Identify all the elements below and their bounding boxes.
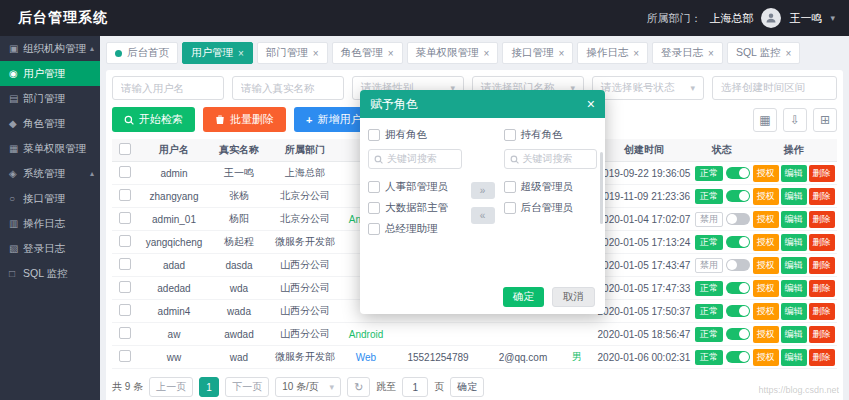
close-icon[interactable]: × bbox=[708, 48, 714, 59]
edit-button[interactable]: 编辑 bbox=[781, 165, 807, 182]
close-icon[interactable]: × bbox=[587, 96, 595, 112]
status-toggle[interactable] bbox=[726, 305, 750, 317]
authorize-button[interactable]: 授权 bbox=[753, 349, 779, 366]
close-icon[interactable]: × bbox=[313, 48, 319, 59]
row-checkbox[interactable] bbox=[119, 327, 131, 339]
delete-button[interactable]: 删除 bbox=[809, 303, 835, 320]
move-right-button[interactable]: » bbox=[471, 182, 495, 199]
row-checkbox[interactable] bbox=[119, 350, 131, 362]
status-toggle[interactable] bbox=[726, 259, 750, 271]
role-checkbox[interactable] bbox=[504, 181, 516, 193]
download-icon[interactable]: ⇩ bbox=[783, 108, 807, 132]
realname-filter-input[interactable] bbox=[232, 76, 344, 100]
authorize-button[interactable]: 授权 bbox=[753, 257, 779, 274]
tab-operation-log[interactable]: 操作日志 × bbox=[577, 42, 648, 64]
status-toggle[interactable] bbox=[726, 213, 750, 225]
sidebar-item-menu-permissions[interactable]: ▦ 菜单权限管理 bbox=[0, 136, 100, 161]
delete-button[interactable]: 删除 bbox=[809, 257, 835, 274]
close-icon[interactable]: × bbox=[484, 48, 490, 59]
search-button[interactable]: 开始检索 bbox=[112, 107, 195, 132]
tab-users[interactable]: 用户管理 × bbox=[182, 42, 253, 64]
edit-button[interactable]: 编辑 bbox=[781, 280, 807, 297]
row-checkbox[interactable] bbox=[119, 235, 131, 247]
tab-menu-permissions[interactable]: 菜单权限管理 × bbox=[407, 42, 499, 64]
modal-scrollbar[interactable] bbox=[600, 152, 603, 224]
role-item[interactable]: 总经理助理 bbox=[368, 218, 462, 239]
table-density-icon[interactable]: ▦ bbox=[753, 108, 777, 132]
close-icon[interactable]: × bbox=[785, 48, 791, 59]
prev-page-button[interactable]: 上一页 bbox=[149, 377, 193, 397]
sidebar-item-sql-monitor[interactable]: □ SQL 监控 bbox=[0, 261, 100, 286]
tab-sql-monitor[interactable]: SQL 监控 × bbox=[727, 42, 800, 64]
role-checkbox[interactable] bbox=[368, 223, 380, 235]
modal-cancel-button[interactable]: 取消 bbox=[552, 287, 595, 307]
delete-button[interactable]: 删除 bbox=[809, 326, 835, 343]
row-checkbox[interactable] bbox=[119, 166, 131, 178]
edit-button[interactable]: 编辑 bbox=[781, 303, 807, 320]
batch-delete-button[interactable]: 批量删除 bbox=[203, 107, 286, 132]
status-filter-select[interactable]: 请选择账号状态 ▾ bbox=[592, 76, 704, 100]
source-search-input[interactable]: 关键词搜索 bbox=[368, 149, 462, 169]
delete-button[interactable]: 删除 bbox=[809, 349, 835, 366]
modal-confirm-button[interactable]: 确定 bbox=[503, 287, 544, 307]
tab-api[interactable]: 接口管理 × bbox=[502, 42, 573, 64]
fullscreen-icon[interactable]: ⊞ bbox=[813, 108, 837, 132]
edit-button[interactable]: 编辑 bbox=[781, 234, 807, 251]
close-icon[interactable]: × bbox=[633, 48, 639, 59]
sidebar-item-login-log[interactable]: ▧ 登录日志 bbox=[0, 236, 100, 261]
role-item[interactable]: 后台管理员 bbox=[504, 197, 598, 218]
tab-home[interactable]: 后台首页 bbox=[106, 42, 178, 64]
chevron-down-icon[interactable]: ▾ bbox=[830, 13, 835, 23]
row-checkbox[interactable] bbox=[119, 304, 131, 316]
tab-departments[interactable]: 部门管理 × bbox=[257, 42, 328, 64]
username-filter-input[interactable] bbox=[112, 76, 224, 100]
authorize-button[interactable]: 授权 bbox=[753, 234, 779, 251]
delete-button[interactable]: 删除 bbox=[809, 234, 835, 251]
row-checkbox[interactable] bbox=[119, 281, 131, 293]
move-left-button[interactable]: « bbox=[471, 207, 495, 224]
target-search-input[interactable]: 关键词搜索 bbox=[504, 149, 598, 169]
role-checkbox[interactable] bbox=[504, 202, 516, 214]
role-checkbox[interactable] bbox=[368, 202, 380, 214]
select-all-source-checkbox[interactable] bbox=[368, 129, 380, 141]
sidebar-item-roles[interactable]: ◆ 角色管理 bbox=[0, 111, 100, 136]
sidebar-item-api[interactable]: ○ 接口管理 bbox=[0, 186, 100, 211]
authorize-button[interactable]: 授权 bbox=[753, 303, 779, 320]
edit-button[interactable]: 编辑 bbox=[781, 211, 807, 228]
role-item[interactable]: 超级管理员 bbox=[504, 176, 598, 197]
sidebar-item-users[interactable]: ◉ 用户管理 bbox=[0, 61, 100, 86]
jump-page-input[interactable] bbox=[402, 377, 428, 397]
edit-button[interactable]: 编辑 bbox=[781, 349, 807, 366]
row-checkbox[interactable] bbox=[119, 189, 131, 201]
created-range-filter[interactable]: 选择创建时间区间 bbox=[712, 76, 837, 100]
current-user-name[interactable]: 王一鸣 bbox=[789, 11, 822, 26]
edit-button[interactable]: 编辑 bbox=[781, 326, 807, 343]
role-item[interactable]: 人事部管理员 bbox=[368, 176, 462, 197]
status-toggle[interactable] bbox=[726, 236, 750, 248]
close-icon[interactable]: × bbox=[558, 48, 564, 59]
authorize-button[interactable]: 授权 bbox=[753, 211, 779, 228]
status-toggle[interactable] bbox=[726, 282, 750, 294]
next-page-button[interactable]: 下一页 bbox=[225, 377, 269, 397]
sidebar-group-system[interactable]: ◈ 系统管理 ▴ bbox=[0, 161, 100, 186]
delete-button[interactable]: 删除 bbox=[809, 211, 835, 228]
edit-button[interactable]: 编辑 bbox=[781, 188, 807, 205]
role-item[interactable]: 大数据部主管 bbox=[368, 197, 462, 218]
authorize-button[interactable]: 授权 bbox=[753, 188, 779, 205]
authorize-button[interactable]: 授权 bbox=[753, 280, 779, 297]
row-checkbox[interactable] bbox=[119, 258, 131, 270]
tab-login-log[interactable]: 登录日志 × bbox=[652, 42, 723, 64]
sidebar-item-departments[interactable]: ▤ 部门管理 bbox=[0, 86, 100, 111]
select-all-target-checkbox[interactable] bbox=[504, 129, 516, 141]
authorize-button[interactable]: 授权 bbox=[753, 326, 779, 343]
delete-button[interactable]: 删除 bbox=[809, 188, 835, 205]
sidebar-group-org[interactable]: ▣ 组织机构管理 ▴ bbox=[0, 36, 100, 61]
status-toggle[interactable] bbox=[726, 167, 750, 179]
status-toggle[interactable] bbox=[726, 351, 750, 363]
edit-button[interactable]: 编辑 bbox=[781, 257, 807, 274]
delete-button[interactable]: 删除 bbox=[809, 165, 835, 182]
page-number-button[interactable]: 1 bbox=[199, 377, 219, 397]
sidebar-item-operation-log[interactable]: ▥ 操作日志 bbox=[0, 211, 100, 236]
authorize-button[interactable]: 授权 bbox=[753, 165, 779, 182]
refresh-icon[interactable]: ↻ bbox=[347, 377, 370, 397]
